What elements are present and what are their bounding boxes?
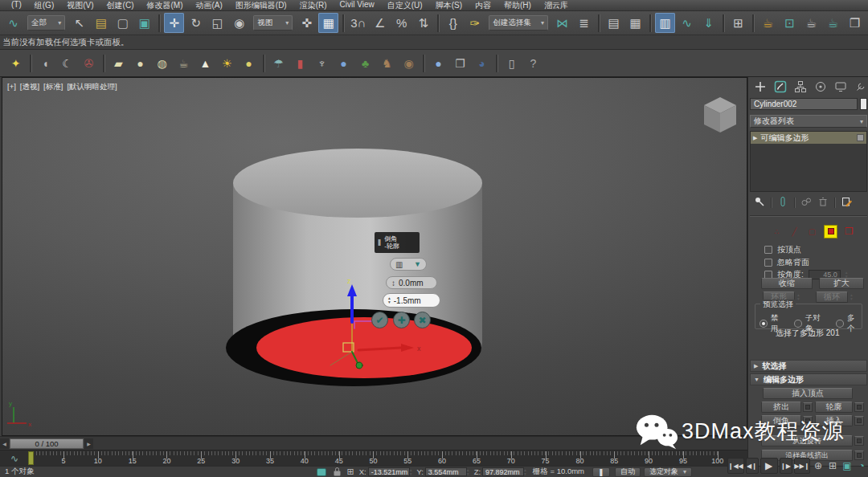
menu-item[interactable]: 自定义(U) [381, 0, 429, 11]
radio-disabled[interactable] [760, 320, 768, 328]
align-icon[interactable]: ≣ [574, 13, 594, 33]
monkey-icon[interactable]: ◉ [399, 53, 419, 73]
scale-icon[interactable]: ◱ [207, 13, 227, 33]
hinge-settings-button[interactable] [854, 436, 864, 446]
horse-icon[interactable]: ♞ [377, 53, 397, 73]
radio-multiple[interactable] [836, 320, 844, 328]
menu-item[interactable]: 脚本(S) [429, 0, 469, 11]
loop-button[interactable]: 循环 [816, 292, 848, 303]
go-to-start-button[interactable]: ❙◀◀ [727, 458, 744, 474]
z-coord-field[interactable]: 97.892mm [482, 467, 524, 476]
selection-filter-dropdown[interactable]: 全部▾ [27, 15, 65, 31]
status-mini-button[interactable]: ❚ [592, 467, 610, 477]
menu-item[interactable]: 动画(A) [189, 0, 228, 11]
audio-icon[interactable]: ◖ [35, 53, 55, 73]
x-coord-field[interactable]: -13.521mm [368, 467, 410, 476]
manipulate-icon[interactable]: ✑ [465, 13, 485, 33]
caddy-apply-button[interactable]: ✚ [393, 312, 410, 328]
insert-settings-button[interactable] [854, 416, 864, 426]
pin-stack-icon[interactable] [754, 196, 765, 210]
border-subobject-icon[interactable]: ▢ [806, 226, 818, 238]
sphere-icon[interactable]: ● [130, 53, 150, 73]
menu-item[interactable]: 图形编辑器(D) [229, 0, 293, 11]
zoom-icon[interactable]: ⊕ [812, 458, 825, 474]
select-by-name-icon[interactable]: ▤ [91, 13, 111, 33]
key-filter-dropdown[interactable]: 选定对象▾ [644, 467, 692, 477]
sphere-dark-icon[interactable]: ◕ [472, 53, 492, 73]
create-tab[interactable] [752, 79, 768, 95]
menu-item[interactable]: Civil View [334, 0, 381, 11]
configure-modifier-sets-icon[interactable] [841, 196, 853, 210]
track-bar[interactable]: ∿ 51015202530354045505560657075808590951… [0, 450, 747, 466]
viewcube[interactable] [704, 97, 736, 132]
perspective-viewport[interactable]: [+] [透视] [标准] [默认明暗处理] [2, 77, 747, 436]
by-vertex-checkbox[interactable] [764, 246, 772, 254]
spinner-icon[interactable] [388, 296, 391, 304]
snapshot-icon[interactable]: ❐ [450, 53, 470, 73]
soft-selection-rollout[interactable]: ▶ 软选择 [750, 360, 867, 372]
display-tab[interactable] [833, 79, 849, 95]
schematic-view-icon[interactable]: ⇓ [698, 13, 719, 33]
ignore-backfacing-checkbox[interactable] [764, 259, 772, 267]
hierarchy-tab[interactable] [792, 79, 808, 95]
menu-item[interactable]: 内容 [469, 0, 497, 11]
edge-subobject-icon[interactable]: ╱ [788, 226, 800, 238]
rain-icon[interactable]: ☂ [268, 53, 289, 73]
spinner-snap-icon[interactable]: ⇅ [413, 13, 433, 33]
light-icon[interactable]: ✦ [6, 53, 26, 73]
radio-subobject[interactable] [794, 320, 802, 328]
spinner-icon[interactable] [850, 293, 853, 301]
render-production-icon[interactable]: ☕ [823, 13, 843, 33]
modify-tab[interactable] [772, 79, 788, 95]
menu-item[interactable]: 创建(C) [100, 0, 141, 11]
stack-item-editable-poly[interactable]: ▶ 可编辑多边形 [751, 132, 866, 144]
go-to-end-button[interactable]: ▶▶❙ [794, 458, 811, 474]
utilities-tab[interactable] [854, 79, 868, 95]
select-and-place-icon[interactable]: ◉ [229, 13, 249, 33]
menu-item[interactable]: (T) [5, 0, 28, 11]
modifier-list-dropdown[interactable]: 修改器列表▾ [750, 115, 867, 128]
extrude-button[interactable]: 挤出 [761, 402, 801, 413]
bevel-type-dropdown[interactable]: ▥ ▼ [390, 258, 427, 271]
next-frame-button[interactable]: ❙▶ [780, 458, 792, 474]
menu-item[interactable]: 溜云库 [538, 0, 575, 11]
render-setup-icon[interactable]: ☕ [758, 13, 778, 33]
polygon-subobject-icon-active[interactable] [824, 225, 837, 238]
play-button[interactable]: ▶ [760, 458, 778, 474]
make-unique-icon[interactable] [800, 196, 812, 210]
moon-icon[interactable]: ☾ [57, 53, 77, 73]
next-frame-arrow[interactable]: ▶ [84, 438, 93, 449]
outline-button[interactable]: 轮廓 [815, 402, 853, 413]
object-color-swatch[interactable] [860, 98, 867, 110]
element-subobject-icon[interactable]: ❒ [843, 226, 855, 238]
transform-typein-icon[interactable]: ⊞ [346, 467, 354, 477]
keyboard-override-icon[interactable]: ▦ [318, 13, 338, 33]
foliage-icon[interactable]: ♣ [355, 53, 375, 73]
layer-stack-icon[interactable]: ▦ [625, 13, 645, 33]
cone-icon[interactable]: ▲ [195, 53, 215, 73]
named-selection-set-field[interactable]: 创建选择集▾ [489, 15, 548, 31]
select-object-icon[interactable]: ↖ [69, 13, 89, 33]
plane-icon[interactable]: ▰ [108, 53, 129, 73]
menu-item[interactable]: 修改器(M) [140, 0, 189, 11]
uv-editor-icon[interactable]: ❐ [845, 13, 865, 33]
rendered-frame-window-icon[interactable]: ⊡ [780, 13, 800, 33]
vertex-subobject-icon[interactable]: ∴ [771, 226, 783, 238]
caddy-ok-button[interactable]: ✔ [371, 312, 388, 328]
teapot-icon[interactable]: ☕ [174, 53, 194, 73]
material-editor-icon[interactable]: ⊞ [728, 13, 748, 33]
use-pivot-center-icon[interactable]: ✜ [297, 13, 317, 33]
menu-item[interactable]: 帮助(H) [497, 0, 538, 11]
pearl-icon[interactable]: ● [428, 53, 448, 73]
zoom-extents-icon[interactable]: ▣ [841, 458, 854, 474]
selection-lock-icon[interactable] [333, 467, 342, 477]
caddy-cancel-button[interactable]: ✖ [414, 312, 431, 328]
rotate-icon[interactable]: ↻ [186, 13, 206, 33]
biped-icon[interactable]: ♆ [312, 53, 332, 73]
previous-frame-arrow[interactable]: ◀ [0, 438, 9, 449]
outline-settings-button[interactable] [854, 402, 864, 412]
insert-vertex-button[interactable]: 插入顶点 [763, 388, 853, 399]
angle-snap-icon[interactable]: ∠ [370, 13, 390, 33]
film-icon[interactable]: ✇ [79, 53, 99, 73]
help-icon[interactable]: ? [523, 53, 543, 73]
